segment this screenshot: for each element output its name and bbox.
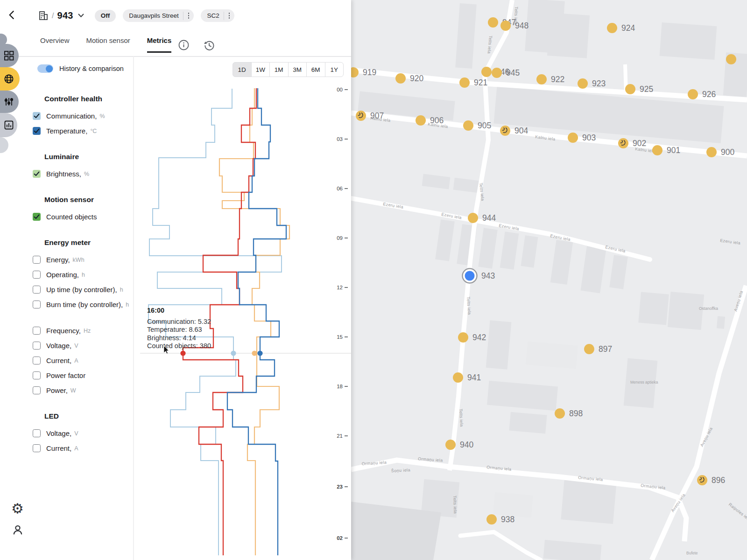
settings-button[interactable]: ⚙ (11, 500, 24, 517)
svg-text:Raipoles iela: Raipoles iela (728, 502, 747, 522)
checkbox[interactable] (33, 213, 41, 221)
marker-907[interactable]: 907 (356, 111, 384, 121)
marker-919[interactable]: 919 (351, 67, 376, 77)
metric-label: Power, (46, 386, 68, 394)
profile-button[interactable] (12, 524, 24, 538)
metric-label: Power factor (46, 371, 85, 379)
metric-row-voltage[interactable]: Voltage,V (33, 429, 78, 437)
section-controller-health: Controller health (44, 95, 102, 103)
metric-label: Communication, (46, 112, 97, 120)
svg-text:938: 938 (501, 515, 514, 524)
tab-metrics[interactable]: Metrics (147, 36, 172, 53)
tooltip-row: Brightness: 4.14 (147, 334, 211, 343)
cursor-icon (163, 345, 170, 355)
back-button[interactable] (6, 8, 19, 21)
marker-923[interactable]: 923 (578, 78, 606, 89)
map-canvas[interactable]: Telts ielaTelts ielaTelts ielaTelts iela… (351, 0, 747, 560)
svg-text:923: 923 (592, 79, 606, 88)
metric-label: Energy, (46, 256, 70, 264)
metric-row-temperature[interactable]: Temperature,°C (33, 127, 97, 135)
marker-906[interactable]: 906 (416, 115, 444, 126)
metric-row-current[interactable]: Current,A (33, 357, 78, 364)
marker-921[interactable]: 921 (459, 77, 487, 88)
metric-unit: h (120, 287, 123, 293)
metric-row-communication[interactable]: Communication,% (33, 112, 105, 120)
metric-row-burn-time-by-controller-[interactable]: Burn time (by controller),h (33, 301, 129, 308)
metric-row-brightness[interactable]: Brightness,% (33, 170, 89, 178)
checkbox[interactable] (33, 429, 41, 437)
metric-row-voltage[interactable]: Voltage,V (33, 342, 78, 350)
marker-942[interactable]: 942 (458, 332, 486, 343)
marker-903[interactable]: 903 (568, 133, 596, 143)
marker-901[interactable]: 901 (652, 145, 680, 155)
marker-940[interactable]: 940 (445, 440, 473, 450)
checkbox[interactable] (33, 357, 41, 364)
marker-904[interactable]: 904 (500, 126, 528, 136)
metric-row-current[interactable]: Current,A (33, 444, 78, 452)
map-svg: Telts ielaTelts ielaTelts ielaTelts iela… (351, 0, 747, 560)
metric-row-frequency[interactable]: Frequency,Hz (33, 327, 91, 335)
breadcrumb-slash: / (52, 12, 54, 20)
metric-label: Burn time (by controller), (46, 301, 123, 308)
marker-896[interactable]: 896 (697, 475, 725, 485)
group-chip-street[interactable]: Daugavpils Street (123, 9, 194, 22)
marker-944[interactable]: 944 (468, 213, 496, 223)
checkbox[interactable] (33, 271, 41, 279)
section-motion-sensor: Motion sensor (44, 196, 94, 204)
marker-922[interactable]: 922 (536, 74, 564, 84)
checkbox[interactable] (33, 127, 41, 135)
marker-924[interactable]: 924 (607, 23, 635, 33)
marker-926[interactable]: 926 (688, 89, 716, 99)
checkbox[interactable] (33, 342, 41, 350)
metric-label: Temperature, (46, 127, 87, 135)
tab-overview[interactable]: Overview (40, 36, 70, 53)
info-button[interactable] (178, 39, 190, 53)
chevron-down-icon[interactable] (78, 14, 84, 18)
detail-panel: / 943 Off Daugavpils Street SC2 Overvi (0, 0, 351, 560)
checkbox[interactable] (33, 112, 41, 120)
svg-text:924: 924 (621, 23, 635, 33)
marker-920[interactable]: 920 (395, 73, 423, 84)
section-energy-meter: Energy meter (44, 238, 91, 247)
marker-905[interactable]: 905 (463, 120, 491, 131)
checkbox[interactable] (33, 444, 41, 452)
marker-900[interactable]: 900 (706, 147, 734, 157)
marker-897[interactable]: 897 (584, 344, 612, 354)
checkbox[interactable] (33, 256, 41, 264)
kebab-menu-icon[interactable] (226, 11, 233, 21)
marker-938[interactable]: 938 (486, 514, 514, 525)
tab-motion-sensor[interactable]: Motion sensor (86, 36, 130, 53)
marker-948[interactable]: 948 (500, 21, 529, 31)
metric-row-energy[interactable]: Energy,kWh (33, 256, 85, 264)
metric-unit: V (74, 343, 78, 349)
metric-row-power-factor[interactable]: Power factor (33, 371, 85, 379)
info-icon (178, 39, 190, 51)
svg-text:906: 906 (430, 116, 444, 125)
metric-row-counted-objects[interactable]: Counted objects (33, 213, 97, 221)
kebab-menu-icon[interactable] (185, 11, 192, 21)
metric-row-operating[interactable]: Operating,h (33, 271, 85, 279)
marker-925[interactable]: 925 (625, 84, 653, 94)
checkbox[interactable] (33, 371, 41, 379)
marker-902[interactable]: 902 (618, 138, 646, 148)
marker-943[interactable]: 943 (463, 269, 495, 283)
svg-text:02: 02 (337, 535, 343, 541)
history-button[interactable] (203, 39, 215, 53)
group-chip-sc2[interactable]: SC2 (201, 9, 234, 22)
metric-row-up-time-by-controller-[interactable]: Up time (by controller),h (33, 286, 123, 294)
metric-row-power[interactable]: Power,W (33, 386, 76, 394)
metric-label: Up time (by controller), (46, 286, 117, 294)
marker-945[interactable]: 945 (492, 68, 520, 78)
marker-941[interactable]: 941 (453, 372, 481, 383)
checkbox[interactable] (33, 286, 41, 294)
marker-898[interactable]: 898 (555, 408, 583, 419)
checkbox[interactable] (33, 301, 41, 308)
svg-text:Meness aptieka: Meness aptieka (630, 380, 658, 385)
history-comparison-toggle[interactable] (37, 64, 53, 73)
checkbox[interactable] (33, 327, 41, 335)
marker-edge[interactable] (726, 54, 736, 64)
checkbox[interactable] (33, 386, 41, 394)
checkbox[interactable] (33, 170, 41, 178)
tooltip-row: Communication: 5.32 (147, 318, 211, 326)
svg-text:Telts iela: Telts iela (452, 496, 458, 514)
